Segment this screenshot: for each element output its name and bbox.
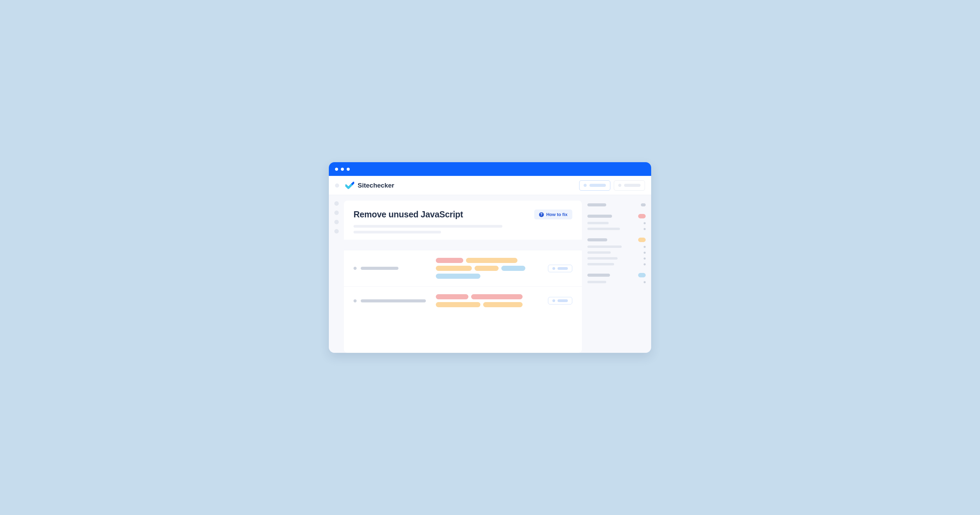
- sidebar-item-count: [644, 281, 646, 283]
- status-pill: [638, 238, 646, 242]
- nav-item[interactable]: [334, 220, 339, 224]
- how-to-fix-button[interactable]: ? How to fix: [534, 210, 572, 219]
- sidebar-item[interactable]: [587, 263, 646, 265]
- placeholder-icon: [618, 184, 621, 187]
- sidebar-item-count: [644, 222, 646, 224]
- sidebar-item-skeleton: [587, 281, 606, 283]
- sidebar-item-count: [644, 228, 646, 230]
- sidebar-heading-skeleton: [587, 203, 606, 207]
- sidebar-item-count: [644, 258, 646, 259]
- tag: [436, 302, 480, 307]
- row-status-icon: [353, 299, 356, 302]
- tag: [436, 266, 472, 271]
- placeholder-icon: [552, 299, 555, 302]
- sidebar-heading-skeleton: [587, 238, 607, 242]
- brand-name: Sitechecker: [358, 182, 395, 189]
- row-action-button[interactable]: [548, 265, 572, 272]
- how-to-fix-label: How to fix: [546, 212, 568, 217]
- row-url-skeleton: [361, 299, 426, 302]
- row-tags: [436, 258, 541, 279]
- sidebar-heading-skeleton: [587, 273, 610, 277]
- header-action-primary[interactable]: [579, 180, 610, 191]
- sidebar-item-skeleton: [587, 228, 620, 230]
- card-header: Remove unused JavaScript ? How to fix: [344, 200, 582, 240]
- content-area: Remove unused JavaScript ? How to fix: [344, 195, 651, 353]
- tag: [436, 258, 463, 263]
- placeholder-icon: [584, 184, 587, 187]
- status-pill: [638, 273, 646, 277]
- window-control-maximize[interactable]: [347, 168, 350, 171]
- placeholder-label: [558, 267, 568, 270]
- sidebar-item[interactable]: [587, 251, 646, 254]
- nav-item[interactable]: [334, 229, 339, 234]
- row-url-skeleton: [361, 267, 398, 270]
- sidebar-item[interactable]: [587, 281, 646, 283]
- nav-item[interactable]: [334, 201, 339, 206]
- sidebar-item[interactable]: [587, 245, 646, 248]
- sidebar-count-skeleton: [641, 203, 646, 207]
- placeholder-label: [624, 184, 641, 187]
- result-row[interactable]: [344, 286, 582, 315]
- status-pill: [638, 214, 646, 218]
- tag: [466, 258, 517, 263]
- window-control-close[interactable]: [335, 168, 338, 171]
- result-row[interactable]: [344, 250, 582, 286]
- sidebar-item[interactable]: [587, 228, 646, 230]
- row-tags: [436, 294, 541, 307]
- placeholder-label: [558, 299, 568, 302]
- sitechecker-logo-icon: [345, 182, 354, 189]
- description-skeleton: [353, 225, 502, 228]
- placeholder-icon: [552, 267, 555, 270]
- sidebar-item-skeleton: [587, 251, 611, 254]
- brand[interactable]: Sitechecker: [345, 182, 395, 189]
- tag: [474, 266, 499, 271]
- sidebar-group: [587, 203, 646, 207]
- sidebar-item[interactable]: [587, 257, 646, 259]
- tag: [471, 294, 523, 299]
- browser-window: Sitechecker Remove unused JavaScript: [329, 162, 651, 353]
- sidebar-item-skeleton: [587, 245, 622, 248]
- sidebar-item-count: [644, 246, 646, 248]
- row-action-button[interactable]: [548, 297, 572, 305]
- sidebar-item-skeleton: [587, 263, 614, 265]
- placeholder-label: [589, 184, 606, 187]
- table-header-band: [344, 240, 582, 250]
- sidebar: [587, 200, 646, 353]
- nav-item[interactable]: [334, 210, 339, 215]
- sidebar-item[interactable]: [587, 222, 646, 224]
- tag: [436, 273, 480, 279]
- page-title: Remove unused JavaScript: [353, 210, 463, 219]
- sidebar-item-skeleton: [587, 257, 617, 259]
- tag: [483, 302, 523, 307]
- description-skeleton: [353, 231, 441, 234]
- header-action-secondary[interactable]: [614, 180, 645, 191]
- question-icon: ?: [539, 212, 544, 217]
- row-status-icon: [353, 267, 356, 270]
- tag: [436, 294, 468, 299]
- main-card: Remove unused JavaScript ? How to fix: [344, 200, 582, 353]
- window-titlebar: [329, 162, 651, 176]
- sidebar-item-count: [644, 263, 646, 265]
- sidebar-group: [587, 273, 646, 283]
- sidebar-item-skeleton: [587, 222, 609, 224]
- sidebar-group: [587, 214, 646, 230]
- app-header: Sitechecker: [329, 176, 651, 195]
- nav-rail: [329, 195, 344, 353]
- window-control-minimize[interactable]: [341, 168, 344, 171]
- app-body: Remove unused JavaScript ? How to fix: [329, 195, 651, 353]
- sidebar-heading-skeleton: [587, 215, 612, 218]
- menu-icon[interactable]: [335, 183, 339, 188]
- sidebar-group: [587, 238, 646, 265]
- sidebar-item-count: [644, 252, 646, 254]
- tag: [501, 266, 525, 271]
